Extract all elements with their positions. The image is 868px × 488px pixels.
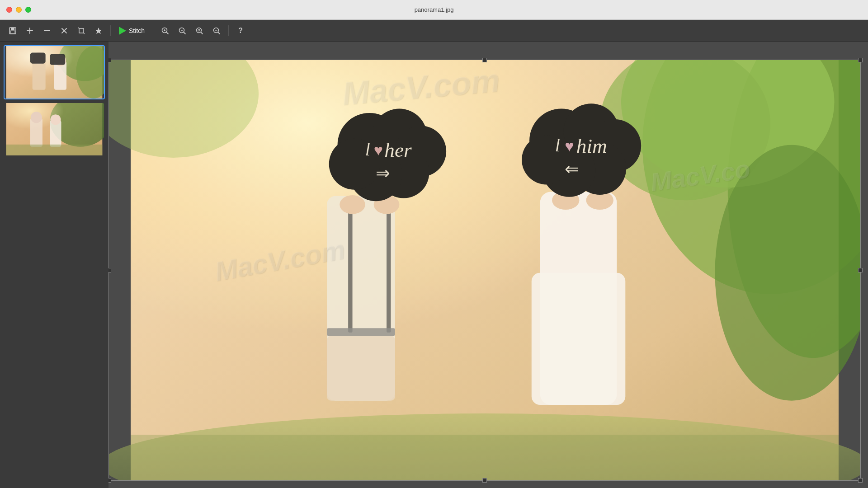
delete-button[interactable] <box>57 23 71 38</box>
svg-rect-33 <box>30 53 46 64</box>
svg-rect-1 <box>11 28 14 30</box>
crop-button[interactable] <box>74 23 89 38</box>
separator-1 <box>110 25 111 36</box>
canvas-area[interactable]: l ♥ her ⇒ <box>108 42 868 488</box>
add-icon <box>25 26 34 35</box>
svg-line-15 <box>166 32 168 34</box>
zoom-actual-button[interactable] <box>209 23 224 38</box>
svg-line-18 <box>184 32 185 34</box>
separator-2 <box>153 25 153 36</box>
zoom-actual-icon <box>212 26 221 35</box>
help-button[interactable]: ? <box>233 23 248 38</box>
thumbnail-1[interactable] <box>4 45 105 99</box>
svg-line-20 <box>201 32 203 34</box>
svg-rect-2 <box>10 31 15 33</box>
zoom-out-button[interactable] <box>175 23 189 38</box>
separator-3 <box>228 25 229 36</box>
remove-button[interactable] <box>40 23 54 38</box>
zoom-in-icon <box>160 26 170 35</box>
svg-point-39 <box>31 112 42 123</box>
stitch-button[interactable]: Stitch <box>115 25 148 37</box>
svg-rect-84 <box>131 60 839 481</box>
maximize-button[interactable] <box>25 7 31 13</box>
zoom-fit-button[interactable] <box>192 23 207 38</box>
zoom-out-icon <box>178 26 187 35</box>
svg-rect-8 <box>79 28 84 33</box>
auto-enhance-icon <box>94 26 103 35</box>
photo-canvas: l ♥ her ⇒ <box>108 60 861 481</box>
save-button[interactable] <box>5 23 20 38</box>
crop-icon <box>77 26 86 35</box>
thumbnail-1-image <box>5 46 104 99</box>
help-icon: ? <box>238 27 243 35</box>
svg-marker-11 <box>95 28 102 34</box>
close-button[interactable] <box>6 7 12 13</box>
zoom-in-button[interactable] <box>158 23 172 38</box>
svg-point-41 <box>50 114 61 125</box>
thumbnail-2-image <box>5 103 104 155</box>
sidebar <box>0 42 108 488</box>
svg-line-23 <box>218 32 220 34</box>
stitch-play-icon <box>119 27 126 35</box>
traffic-lights <box>0 7 31 13</box>
window-title: panorama1.jpg <box>415 6 454 13</box>
svg-rect-42 <box>6 145 103 155</box>
svg-rect-34 <box>50 54 65 65</box>
title-bar: panorama1.jpg <box>0 0 868 20</box>
minus-icon <box>42 26 52 35</box>
main-layout: l ♥ her ⇒ <box>0 42 868 488</box>
stitch-label: Stitch <box>129 27 145 34</box>
add-button[interactable] <box>23 23 37 38</box>
toolbar: Stitch <box>0 20 868 42</box>
auto-enhance-button[interactable] <box>91 23 106 38</box>
minimize-button[interactable] <box>16 7 22 13</box>
svg-point-21 <box>198 29 200 31</box>
close-icon <box>60 26 69 35</box>
zoom-fit-icon <box>195 26 204 35</box>
panorama-image: l ♥ her ⇒ <box>108 60 861 481</box>
svg-line-10 <box>84 33 85 34</box>
save-icon <box>8 26 17 35</box>
svg-line-9 <box>78 28 79 28</box>
thumbnail-2[interactable] <box>4 102 105 156</box>
